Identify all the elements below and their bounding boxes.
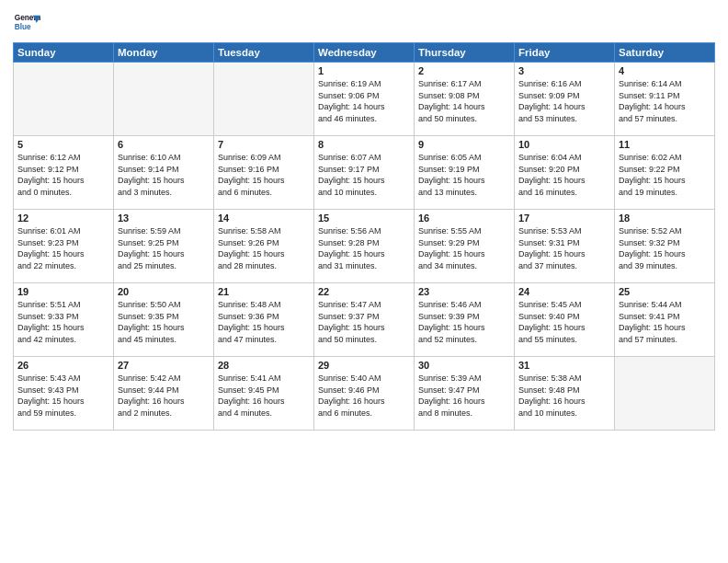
weekday-header-monday: Monday [114,43,214,63]
week-row-4: 19Sunrise: 5:51 AM Sunset: 9:33 PM Dayli… [14,283,715,357]
day-info: Sunrise: 5:46 AM Sunset: 9:39 PM Dayligh… [418,299,510,345]
day-number: 15 [318,213,410,224]
day-info: Sunrise: 5:44 AM Sunset: 9:41 PM Dayligh… [619,299,711,345]
day-number: 1 [318,65,410,76]
logo-icon: General Blue [13,9,40,37]
day-number: 19 [17,286,109,297]
calendar-cell: 3Sunrise: 6:16 AM Sunset: 9:09 PM Daylig… [515,63,615,136]
day-number: 22 [318,286,410,297]
day-number: 31 [518,360,610,371]
day-info: Sunrise: 5:41 AM Sunset: 9:45 PM Dayligh… [218,373,310,419]
day-number: 12 [17,213,109,224]
day-number: 7 [218,139,310,150]
day-info: Sunrise: 5:50 AM Sunset: 9:35 PM Dayligh… [118,299,210,345]
day-info: Sunrise: 6:05 AM Sunset: 9:19 PM Dayligh… [418,152,510,198]
calendar-cell: 13Sunrise: 5:59 AM Sunset: 9:25 PM Dayli… [114,210,214,283]
weekday-header-tuesday: Tuesday [214,43,314,63]
calendar-cell: 24Sunrise: 5:45 AM Sunset: 9:40 PM Dayli… [515,283,615,357]
week-row-1: 1Sunrise: 6:19 AM Sunset: 9:06 PM Daylig… [14,63,715,136]
day-number: 11 [619,139,711,150]
day-info: Sunrise: 5:38 AM Sunset: 9:48 PM Dayligh… [518,373,610,419]
calendar-cell: 19Sunrise: 5:51 AM Sunset: 9:33 PM Dayli… [14,283,114,357]
calendar-cell [14,63,114,136]
day-number: 24 [518,286,610,297]
day-number: 30 [418,360,510,371]
day-number: 14 [218,213,310,224]
day-info: Sunrise: 6:07 AM Sunset: 9:17 PM Dayligh… [318,152,410,198]
day-info: Sunrise: 5:55 AM Sunset: 9:29 PM Dayligh… [418,225,510,271]
day-number: 25 [619,286,711,297]
day-number: 21 [218,286,310,297]
day-number: 2 [418,65,510,76]
day-number: 5 [17,139,109,150]
page: General Blue SundayMondayTuesdayWednesda… [0,0,728,440]
calendar-cell: 1Sunrise: 6:19 AM Sunset: 9:06 PM Daylig… [314,63,415,136]
calendar-cell: 31Sunrise: 5:38 AM Sunset: 9:48 PM Dayli… [515,357,615,431]
day-info: Sunrise: 6:12 AM Sunset: 9:12 PM Dayligh… [17,152,109,198]
header: General Blue [13,9,715,37]
calendar-cell [615,357,715,431]
day-info: Sunrise: 6:19 AM Sunset: 9:06 PM Dayligh… [318,78,410,124]
day-number: 23 [418,286,510,297]
day-number: 18 [619,213,711,224]
day-number: 29 [318,360,410,371]
day-number: 4 [619,65,711,76]
calendar-cell [214,63,314,136]
day-info: Sunrise: 5:48 AM Sunset: 9:36 PM Dayligh… [218,299,310,345]
day-number: 17 [518,213,610,224]
weekday-header-row: SundayMondayTuesdayWednesdayThursdayFrid… [14,43,715,63]
week-row-5: 26Sunrise: 5:43 AM Sunset: 9:43 PM Dayli… [14,357,715,431]
day-info: Sunrise: 5:39 AM Sunset: 9:47 PM Dayligh… [418,373,510,419]
day-info: Sunrise: 5:58 AM Sunset: 9:26 PM Dayligh… [218,225,310,271]
logo: General Blue [13,9,40,37]
calendar-cell: 12Sunrise: 6:01 AM Sunset: 9:23 PM Dayli… [14,210,114,283]
day-info: Sunrise: 6:02 AM Sunset: 9:22 PM Dayligh… [619,152,711,198]
calendar-cell: 29Sunrise: 5:40 AM Sunset: 9:46 PM Dayli… [314,357,415,431]
calendar-cell: 9Sunrise: 6:05 AM Sunset: 9:19 PM Daylig… [415,136,515,210]
calendar-cell: 14Sunrise: 5:58 AM Sunset: 9:26 PM Dayli… [214,210,314,283]
day-info: Sunrise: 5:52 AM Sunset: 9:32 PM Dayligh… [619,225,711,271]
calendar-cell: 28Sunrise: 5:41 AM Sunset: 9:45 PM Dayli… [214,357,314,431]
calendar-cell: 20Sunrise: 5:50 AM Sunset: 9:35 PM Dayli… [114,283,214,357]
day-info: Sunrise: 6:01 AM Sunset: 9:23 PM Dayligh… [17,225,109,271]
calendar-cell [114,63,214,136]
calendar-cell: 23Sunrise: 5:46 AM Sunset: 9:39 PM Dayli… [415,283,515,357]
calendar-cell: 6Sunrise: 6:10 AM Sunset: 9:14 PM Daylig… [114,136,214,210]
day-info: Sunrise: 5:53 AM Sunset: 9:31 PM Dayligh… [518,225,610,271]
calendar-cell: 21Sunrise: 5:48 AM Sunset: 9:36 PM Dayli… [214,283,314,357]
day-info: Sunrise: 5:42 AM Sunset: 9:44 PM Dayligh… [118,373,210,419]
calendar-cell: 15Sunrise: 5:56 AM Sunset: 9:28 PM Dayli… [314,210,415,283]
weekday-header-sunday: Sunday [14,43,114,63]
day-number: 20 [118,286,210,297]
week-row-2: 5Sunrise: 6:12 AM Sunset: 9:12 PM Daylig… [14,136,715,210]
calendar-cell: 2Sunrise: 6:17 AM Sunset: 9:08 PM Daylig… [415,63,515,136]
day-info: Sunrise: 6:17 AM Sunset: 9:08 PM Dayligh… [418,78,510,124]
day-info: Sunrise: 6:10 AM Sunset: 9:14 PM Dayligh… [118,152,210,198]
day-number: 9 [418,139,510,150]
calendar-table: SundayMondayTuesdayWednesdayThursdayFrid… [13,42,715,431]
weekday-header-wednesday: Wednesday [314,43,415,63]
week-row-3: 12Sunrise: 6:01 AM Sunset: 9:23 PM Dayli… [14,210,715,283]
weekday-header-thursday: Thursday [415,43,515,63]
day-number: 16 [418,213,510,224]
day-info: Sunrise: 5:45 AM Sunset: 9:40 PM Dayligh… [518,299,610,345]
calendar-cell: 22Sunrise: 5:47 AM Sunset: 9:37 PM Dayli… [314,283,415,357]
calendar-cell: 30Sunrise: 5:39 AM Sunset: 9:47 PM Dayli… [415,357,515,431]
day-number: 10 [518,139,610,150]
day-info: Sunrise: 5:59 AM Sunset: 9:25 PM Dayligh… [118,225,210,271]
day-info: Sunrise: 6:14 AM Sunset: 9:11 PM Dayligh… [619,78,711,124]
day-info: Sunrise: 5:40 AM Sunset: 9:46 PM Dayligh… [318,373,410,419]
weekday-header-friday: Friday [515,43,615,63]
calendar-cell: 25Sunrise: 5:44 AM Sunset: 9:41 PM Dayli… [615,283,715,357]
calendar-cell: 7Sunrise: 6:09 AM Sunset: 9:16 PM Daylig… [214,136,314,210]
day-number: 13 [118,213,210,224]
calendar-cell: 8Sunrise: 6:07 AM Sunset: 9:17 PM Daylig… [314,136,415,210]
calendar-cell: 27Sunrise: 5:42 AM Sunset: 9:44 PM Dayli… [114,357,214,431]
day-number: 3 [518,65,610,76]
day-number: 28 [218,360,310,371]
day-info: Sunrise: 6:09 AM Sunset: 9:16 PM Dayligh… [218,152,310,198]
day-info: Sunrise: 5:56 AM Sunset: 9:28 PM Dayligh… [318,225,410,271]
calendar-cell: 5Sunrise: 6:12 AM Sunset: 9:12 PM Daylig… [14,136,114,210]
day-number: 27 [118,360,210,371]
day-info: Sunrise: 5:43 AM Sunset: 9:43 PM Dayligh… [17,373,109,419]
